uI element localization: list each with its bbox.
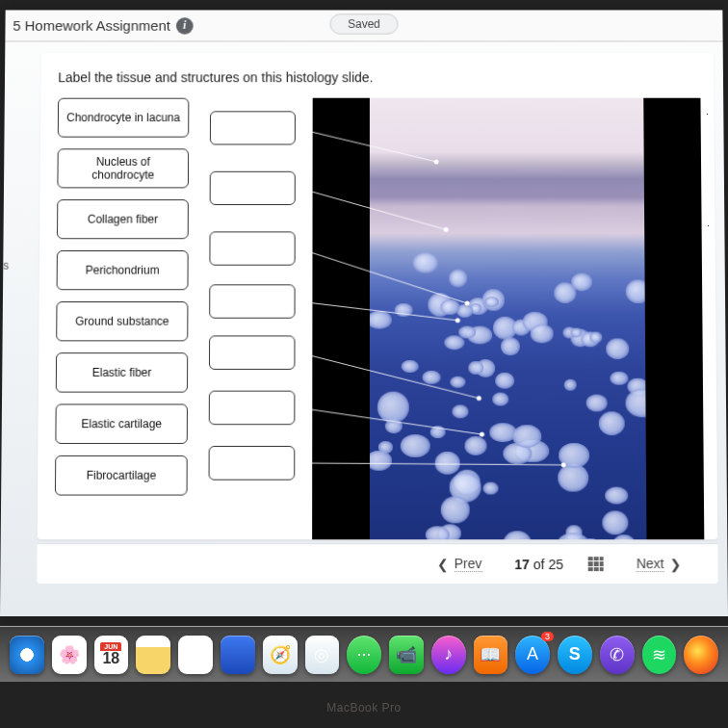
label-tile[interactable]: Elastic cartilage <box>55 403 188 444</box>
drop-slot[interactable] <box>209 391 296 426</box>
spotify-icon[interactable]: ≋ <box>642 636 677 674</box>
skype-icon[interactable]: S <box>558 636 592 674</box>
photos-icon[interactable]: 🌸 <box>52 636 87 674</box>
histology-figure <box>312 98 704 540</box>
maps-icon[interactable]: 🧭 <box>263 636 298 674</box>
drop-slot[interactable] <box>209 284 295 318</box>
appstore-badge: 3 <box>541 632 554 641</box>
safari-icon[interactable] <box>10 636 44 674</box>
drop-slot[interactable] <box>209 231 295 265</box>
appstore-icon[interactable]: A 3 <box>515 636 550 674</box>
macbook-label: MacBook Pro <box>0 701 728 715</box>
firefox-icon[interactable] <box>684 636 718 674</box>
grid-view-icon[interactable] <box>588 557 604 572</box>
page-edge-text: s <box>3 259 9 273</box>
activity-icon[interactable]: ◎ <box>305 636 340 674</box>
saved-status-badge: Saved <box>330 13 399 34</box>
notes-icon[interactable] <box>136 636 170 674</box>
next-button[interactable]: Next ❯ <box>629 552 689 576</box>
label-tile[interactable]: Fibrocartilage <box>55 455 188 496</box>
label-tile[interactable]: Nucleus of chondrocyte <box>57 148 189 188</box>
drop-slot[interactable] <box>209 446 296 481</box>
label-workarea: Chondrocyte in lacunaNucleus of chondroc… <box>55 98 704 496</box>
viber-icon[interactable]: ✆ <box>600 636 635 674</box>
label-tile[interactable]: Ground substance <box>56 301 188 341</box>
total-pages: 25 <box>548 557 563 572</box>
drop-slot[interactable] <box>210 171 296 205</box>
label-tile[interactable]: Collagen fiber <box>57 199 189 239</box>
instruction-text: Label the tissue and structures on this … <box>58 70 700 86</box>
calendar-day: 18 <box>102 651 119 666</box>
histology-image <box>370 98 647 540</box>
messages-icon[interactable]: ··· <box>347 636 381 674</box>
page-indicator: 17 of 25 <box>514 557 563 572</box>
drop-slot[interactable] <box>210 111 296 144</box>
chevron-left-icon: ❮ <box>437 557 449 572</box>
facetime-icon[interactable]: 📹 <box>389 636 424 674</box>
drop-slot[interactable] <box>209 335 296 369</box>
itunes-icon[interactable]: ♪ <box>431 636 466 674</box>
of-label: of <box>533 557 545 572</box>
question-card: Label the tissue and structures on this … <box>38 53 718 539</box>
chevron-right-icon: ❯ <box>670 557 682 572</box>
label-tile[interactable]: Chondrocyte in lacuna <box>58 98 190 138</box>
next-label: Next <box>637 556 664 572</box>
macos-dock: 🌸 JUN 18 ⋮⋮ 🧭 ◎ ··· 📹 ♪ 📖 A 3 S ✆ ≋ <box>0 626 728 682</box>
prev-label: Prev <box>455 556 482 572</box>
page-title: 5 Homework Assignment <box>13 17 170 33</box>
keynote-icon[interactable] <box>221 636 255 674</box>
calendar-icon[interactable]: JUN 18 <box>94 636 129 674</box>
label-tile[interactable]: Elastic fiber <box>56 352 188 392</box>
info-icon[interactable]: i <box>176 17 194 34</box>
current-page: 17 <box>514 557 530 572</box>
ibooks-icon[interactable]: 📖 <box>474 636 508 674</box>
pagination-footer: ❮ Prev 17 of 25 Next ❯ <box>37 543 717 584</box>
reminders-icon[interactable]: ⋮⋮ <box>178 636 213 674</box>
label-tile[interactable]: Perichondrium <box>57 250 189 290</box>
prev-button[interactable]: ❮ Prev <box>429 552 490 576</box>
